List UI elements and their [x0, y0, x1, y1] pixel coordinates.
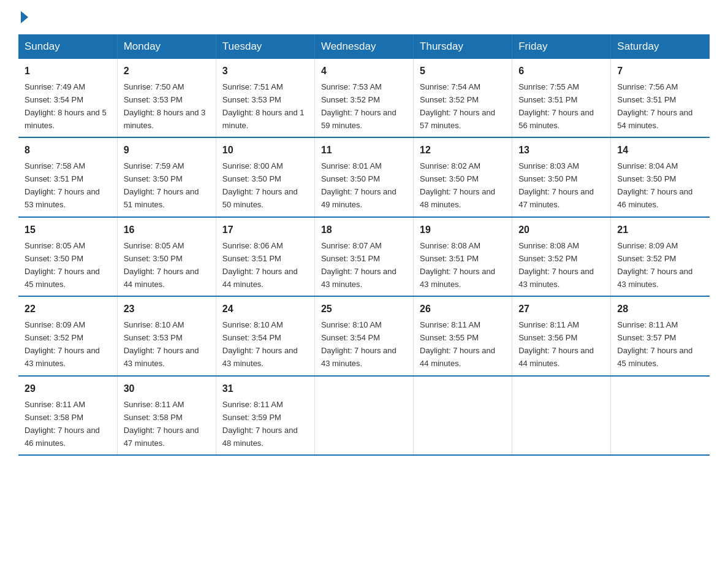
day-info: Sunrise: 8:11 AMSunset: 3:56 PMDaylight:… — [518, 320, 594, 368]
day-number: 3 — [222, 64, 308, 79]
day-number: 21 — [617, 223, 703, 238]
day-number: 7 — [617, 64, 703, 79]
day-number: 26 — [420, 302, 506, 317]
logo-arrow-icon — [21, 11, 28, 23]
table-row: 2Sunrise: 7:50 AMSunset: 3:53 PMDaylight… — [117, 59, 216, 137]
day-number: 22 — [25, 302, 111, 317]
table-row: 7Sunrise: 7:56 AMSunset: 3:51 PMDaylight… — [611, 59, 710, 137]
day-info: Sunrise: 8:01 AMSunset: 3:50 PMDaylight:… — [321, 161, 396, 209]
day-number: 19 — [420, 223, 506, 238]
table-row — [314, 376, 413, 455]
col-wednesday: Wednesday — [314, 34, 413, 59]
table-row: 13Sunrise: 8:03 AMSunset: 3:50 PMDayligh… — [512, 137, 611, 216]
day-info: Sunrise: 8:11 AMSunset: 3:55 PMDaylight:… — [420, 320, 495, 368]
table-row: 12Sunrise: 8:02 AMSunset: 3:50 PMDayligh… — [414, 137, 512, 216]
table-row: 15Sunrise: 8:05 AMSunset: 3:50 PMDayligh… — [18, 217, 117, 296]
day-info: Sunrise: 7:55 AMSunset: 3:51 PMDaylight:… — [518, 82, 594, 130]
table-row: 22Sunrise: 8:09 AMSunset: 3:52 PMDayligh… — [18, 296, 117, 375]
table-row — [414, 376, 512, 455]
day-number: 6 — [518, 64, 604, 79]
table-row: 4Sunrise: 7:53 AMSunset: 3:52 PMDaylight… — [314, 59, 413, 137]
day-number: 1 — [25, 64, 111, 79]
day-number: 12 — [420, 143, 506, 158]
table-row: 23Sunrise: 8:10 AMSunset: 3:53 PMDayligh… — [117, 296, 216, 375]
day-info: Sunrise: 8:10 AMSunset: 3:54 PMDaylight:… — [321, 320, 396, 368]
table-row: 24Sunrise: 8:10 AMSunset: 3:54 PMDayligh… — [216, 296, 314, 375]
day-number: 14 — [617, 143, 703, 158]
day-info: Sunrise: 8:05 AMSunset: 3:50 PMDaylight:… — [25, 241, 100, 289]
day-info: Sunrise: 7:50 AMSunset: 3:53 PMDaylight:… — [124, 82, 206, 130]
day-info: Sunrise: 8:11 AMSunset: 3:58 PMDaylight:… — [25, 400, 100, 448]
day-number: 11 — [321, 143, 407, 158]
day-info: Sunrise: 8:09 AMSunset: 3:52 PMDaylight:… — [617, 241, 692, 289]
day-number: 24 — [222, 302, 308, 317]
day-info: Sunrise: 8:11 AMSunset: 3:57 PMDaylight:… — [617, 320, 692, 368]
day-info: Sunrise: 8:00 AMSunset: 3:50 PMDaylight:… — [222, 161, 298, 209]
table-row: 21Sunrise: 8:09 AMSunset: 3:52 PMDayligh… — [611, 217, 710, 296]
day-info: Sunrise: 7:51 AMSunset: 3:53 PMDaylight:… — [222, 82, 305, 130]
table-row: 16Sunrise: 8:05 AMSunset: 3:50 PMDayligh… — [117, 217, 216, 296]
table-row: 10Sunrise: 8:00 AMSunset: 3:50 PMDayligh… — [216, 137, 314, 216]
calendar-week-row: 22Sunrise: 8:09 AMSunset: 3:52 PMDayligh… — [18, 296, 710, 375]
table-row: 9Sunrise: 7:59 AMSunset: 3:50 PMDaylight… — [117, 137, 216, 216]
table-row: 6Sunrise: 7:55 AMSunset: 3:51 PMDaylight… — [512, 59, 611, 137]
day-info: Sunrise: 7:56 AMSunset: 3:51 PMDaylight:… — [617, 82, 692, 130]
day-number: 10 — [222, 143, 308, 158]
table-row: 18Sunrise: 8:07 AMSunset: 3:51 PMDayligh… — [314, 217, 413, 296]
table-row: 30Sunrise: 8:11 AMSunset: 3:58 PMDayligh… — [117, 376, 216, 455]
day-number: 18 — [321, 223, 407, 238]
day-info: Sunrise: 7:58 AMSunset: 3:51 PMDaylight:… — [25, 161, 100, 209]
calendar-table: Sunday Monday Tuesday Wednesday Thursday… — [18, 34, 710, 456]
day-number: 4 — [321, 64, 407, 79]
col-sunday: Sunday — [18, 34, 117, 59]
table-row: 5Sunrise: 7:54 AMSunset: 3:52 PMDaylight… — [414, 59, 512, 137]
day-number: 17 — [222, 223, 308, 238]
day-info: Sunrise: 8:05 AMSunset: 3:50 PMDaylight:… — [124, 241, 199, 289]
table-row: 25Sunrise: 8:10 AMSunset: 3:54 PMDayligh… — [314, 296, 413, 375]
day-info: Sunrise: 8:08 AMSunset: 3:52 PMDaylight:… — [518, 241, 594, 289]
day-number: 25 — [321, 302, 407, 317]
table-row: 26Sunrise: 8:11 AMSunset: 3:55 PMDayligh… — [414, 296, 512, 375]
day-info: Sunrise: 8:09 AMSunset: 3:52 PMDaylight:… — [25, 320, 100, 368]
calendar-week-row: 15Sunrise: 8:05 AMSunset: 3:50 PMDayligh… — [18, 217, 710, 296]
day-info: Sunrise: 8:02 AMSunset: 3:50 PMDaylight:… — [420, 161, 495, 209]
day-info: Sunrise: 8:10 AMSunset: 3:54 PMDaylight:… — [222, 320, 298, 368]
calendar-week-row: 1Sunrise: 7:49 AMSunset: 3:54 PMDaylight… — [18, 59, 710, 137]
day-number: 28 — [617, 302, 703, 317]
table-row: 17Sunrise: 8:06 AMSunset: 3:51 PMDayligh… — [216, 217, 314, 296]
day-info: Sunrise: 8:07 AMSunset: 3:51 PMDaylight:… — [321, 241, 396, 289]
day-number: 15 — [25, 223, 111, 238]
day-info: Sunrise: 7:49 AMSunset: 3:54 PMDaylight:… — [25, 82, 107, 130]
table-row: 27Sunrise: 8:11 AMSunset: 3:56 PMDayligh… — [512, 296, 611, 375]
calendar-week-row: 29Sunrise: 8:11 AMSunset: 3:58 PMDayligh… — [18, 376, 710, 455]
col-monday: Monday — [117, 34, 216, 59]
col-friday: Friday — [512, 34, 611, 59]
calendar-header-row: Sunday Monday Tuesday Wednesday Thursday… — [18, 34, 710, 59]
logo-general-text — [18, 12, 28, 23]
day-number: 23 — [124, 302, 210, 317]
table-row: 3Sunrise: 7:51 AMSunset: 3:53 PMDaylight… — [216, 59, 314, 137]
day-number: 29 — [25, 381, 111, 397]
col-saturday: Saturday — [611, 34, 710, 59]
day-info: Sunrise: 8:10 AMSunset: 3:53 PMDaylight:… — [124, 320, 199, 368]
day-number: 30 — [124, 381, 210, 397]
col-thursday: Thursday — [414, 34, 512, 59]
table-row — [611, 376, 710, 455]
table-row: 19Sunrise: 8:08 AMSunset: 3:51 PMDayligh… — [414, 217, 512, 296]
table-row: 8Sunrise: 7:58 AMSunset: 3:51 PMDaylight… — [18, 137, 117, 216]
table-row: 20Sunrise: 8:08 AMSunset: 3:52 PMDayligh… — [512, 217, 611, 296]
day-number: 16 — [124, 223, 210, 238]
day-number: 9 — [124, 143, 210, 158]
day-info: Sunrise: 8:04 AMSunset: 3:50 PMDaylight:… — [617, 161, 692, 209]
day-number: 2 — [124, 64, 210, 79]
col-tuesday: Tuesday — [216, 34, 314, 59]
day-number: 13 — [518, 143, 604, 158]
day-info: Sunrise: 7:53 AMSunset: 3:52 PMDaylight:… — [321, 82, 396, 130]
table-row: 29Sunrise: 8:11 AMSunset: 3:58 PMDayligh… — [18, 376, 117, 455]
day-info: Sunrise: 8:11 AMSunset: 3:59 PMDaylight:… — [222, 400, 298, 448]
day-number: 8 — [25, 143, 111, 158]
day-info: Sunrise: 8:03 AMSunset: 3:50 PMDaylight:… — [518, 161, 594, 209]
day-number: 5 — [420, 64, 506, 79]
day-info: Sunrise: 8:06 AMSunset: 3:51 PMDaylight:… — [222, 241, 298, 289]
day-number: 31 — [222, 381, 308, 397]
